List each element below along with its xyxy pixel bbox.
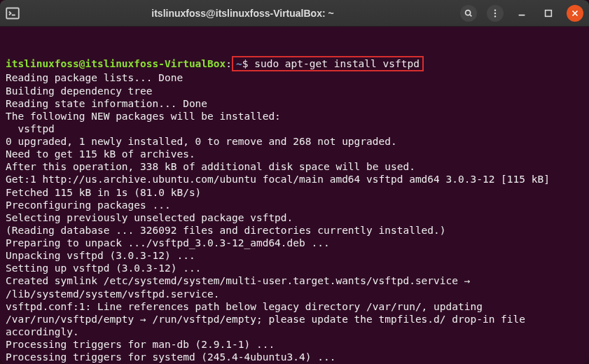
- output-line: Reading package lists... Done: [6, 71, 583, 84]
- prompt-dollar: $: [242, 58, 254, 69]
- maximize-button[interactable]: [540, 5, 557, 22]
- output-line: Fetched 115 kB in 1s (81.0 kB/s): [6, 186, 583, 199]
- output-line: Unpacking vsftpd (3.0.3-12) ...: [6, 249, 583, 262]
- svg-point-1: [466, 10, 471, 15]
- terminal-body[interactable]: itslinuxfoss@itslinuxfoss-VirtualBox:~$ …: [0, 27, 589, 364]
- output-line: vsftpd.conf:1: Line references path belo…: [6, 300, 583, 338]
- prompt-path: ~: [236, 58, 242, 69]
- output-line: Created symlink /etc/systemd/system/mult…: [6, 274, 583, 300]
- output-line: Reading state information... Done: [6, 97, 583, 110]
- svg-rect-0: [6, 8, 19, 18]
- svg-point-4: [494, 15, 496, 17]
- svg-point-3: [494, 12, 496, 13]
- terminal-window: itslinuxfoss@itslinuxfoss-VirtualBox: ~: [0, 0, 589, 364]
- terminal-icon: [6, 6, 20, 20]
- search-button[interactable]: [460, 5, 477, 22]
- prompt-colon: :: [226, 58, 232, 69]
- output-line: Get:1 http://us.archive.ubuntu.com/ubunt…: [6, 173, 583, 186]
- minimize-button[interactable]: [513, 5, 530, 22]
- output-line: Processing triggers for man-db (2.9.1-1)…: [6, 338, 583, 351]
- titlebar[interactable]: itslinuxfoss@itslinuxfoss-VirtualBox: ~: [0, 0, 589, 27]
- command-highlight: ~$ sudo apt-get install vsftpd: [232, 56, 424, 71]
- prompt-user-host: itslinuxfoss@itslinuxfoss-VirtualBox: [6, 58, 226, 69]
- output-line: Selecting previously unselected package …: [6, 211, 583, 224]
- command-text: sudo apt-get install vsftpd: [254, 58, 420, 69]
- output-line: Preparing to unpack .../vsftpd_3.0.3-12_…: [6, 237, 583, 249]
- output-line: Setting up vsftpd (3.0.3-12) ...: [6, 262, 583, 274]
- output-line: Need to get 115 kB of archives.: [6, 148, 583, 160]
- output-line: 0 upgraded, 1 newly installed, 0 to remo…: [6, 135, 583, 148]
- titlebar-actions: [460, 5, 583, 22]
- svg-rect-5: [546, 10, 552, 16]
- output-line: Preconfiguring packages ...: [6, 199, 583, 211]
- output-line: (Reading database ... 326092 files and d…: [6, 224, 583, 237]
- window-title: itslinuxfoss@itslinuxfoss-VirtualBox: ~: [25, 8, 460, 19]
- output-line: vsftpd: [6, 122, 583, 135]
- prompt-line-1: itslinuxfoss@itslinuxfoss-VirtualBox:~$ …: [6, 56, 583, 71]
- output-line: The following NEW packages will be insta…: [6, 110, 583, 122]
- svg-point-2: [494, 9, 496, 10]
- menu-button[interactable]: [487, 5, 504, 22]
- close-button[interactable]: [567, 5, 583, 22]
- output-line: After this operation, 338 kB of addition…: [6, 160, 583, 173]
- output-line: Building dependency tree: [6, 85, 583, 97]
- output-line: Processing triggers for systemd (245.4-4…: [6, 351, 583, 363]
